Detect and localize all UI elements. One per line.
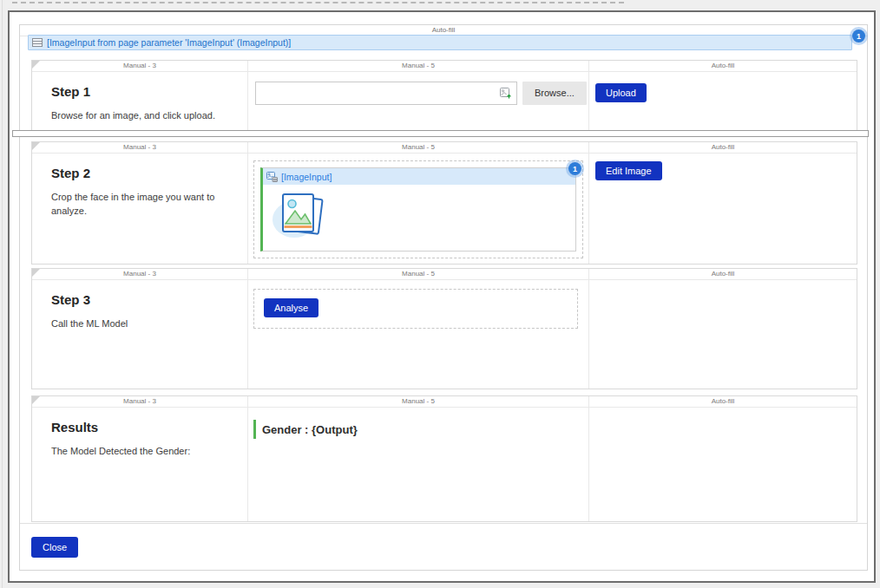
image-file-text-field[interactable] — [256, 82, 516, 104]
step1-description: Browse for an image, and click upload. — [51, 109, 221, 123]
step1-title: Step 1 — [51, 84, 247, 99]
canvas-dashed-edge — [12, 2, 624, 3]
output-accent-bar — [253, 420, 256, 439]
parameter-bar-label: [ImageInput from page parameter 'ImageIn… — [47, 37, 291, 48]
image-file-input[interactable] — [255, 82, 517, 105]
row-splitter-handle[interactable] — [12, 130, 869, 137]
step3-col1-header: Manual - 3 — [32, 269, 247, 280]
step2-description: Crop the face in the image you want to a… — [51, 191, 221, 219]
gender-output-label: Gender : {Output} — [262, 423, 358, 436]
step2-col3-header: Auto-fill — [589, 142, 857, 154]
footer-divider — [20, 523, 867, 524]
selection-order-badge: 1 — [850, 27, 868, 45]
upload-button[interactable]: Upload — [595, 83, 647, 102]
imageinput-order-badge-number: 1 — [568, 162, 581, 175]
step1-col3-header: Auto-fill — [589, 61, 857, 72]
imageinput-parameter-bar[interactable]: [ImageInput from page parameter 'ImageIn… — [28, 35, 852, 50]
step3-title: Step 3 — [51, 292, 247, 307]
close-button[interactable]: Close — [31, 537, 78, 558]
app-preview-window: Auto-fill [ImageInput from page paramete… — [8, 10, 876, 583]
step2-col1-header: Manual - 3 — [32, 142, 247, 154]
add-image-icon — [499, 87, 512, 100]
step1-col2-header: Manual - 5 — [248, 61, 588, 72]
analyse-button[interactable]: Analyse — [264, 298, 319, 317]
browse-button[interactable]: Browse... — [522, 82, 587, 105]
step1-card[interactable]: Manual - 3 Step 1 Browse for an image, a… — [31, 60, 857, 131]
image-control-icon — [266, 172, 278, 182]
step3-col3-header: Auto-fill — [589, 269, 857, 280]
results-col1-header: Manual - 3 — [32, 396, 247, 408]
results-card[interactable]: Manual - 3 Results The Model Detected th… — [31, 395, 857, 522]
imageinput-order-badge: 1 — [566, 160, 584, 178]
imageinput-control-header: [ImageInput] — [263, 168, 575, 185]
step3-col2-header: Manual - 5 — [248, 269, 588, 280]
step3-card[interactable]: Manual - 3 Step 3 Call the ML Model Manu… — [31, 268, 857, 389]
imageinput-control[interactable]: [ImageInput] — [260, 167, 576, 252]
imageinput-dropzone: [ImageInput] — [253, 160, 583, 258]
edit-image-button[interactable]: Edit Image — [595, 161, 662, 180]
results-description: The Model Detected the Gender: — [51, 445, 221, 459]
results-col2-header: Manual - 5 — [248, 396, 588, 408]
canvas-left-edge — [2, 0, 3, 588]
step2-col2-header: Manual - 5 — [248, 142, 588, 154]
step1-col1-header: Manual - 3 — [32, 61, 247, 72]
form-rows-icon — [32, 37, 43, 48]
step2-title: Step 2 — [51, 166, 247, 180]
results-col3-header: Auto-fill — [589, 396, 857, 408]
selection-order-badge-number: 1 — [852, 29, 865, 42]
imageinput-control-label: [ImageInput] — [281, 172, 332, 182]
step2-card[interactable]: Manual - 3 Step 2 Crop the face in the i… — [31, 141, 857, 265]
step3-description: Call the ML Model — [51, 317, 221, 331]
analyse-container: Analyse — [253, 289, 578, 329]
form-panel: Auto-fill [ImageInput from page paramete… — [19, 24, 868, 571]
image-placeholder-illustration — [272, 186, 332, 247]
results-title: Results — [51, 420, 247, 434]
imageinput-placeholder — [263, 185, 575, 251]
